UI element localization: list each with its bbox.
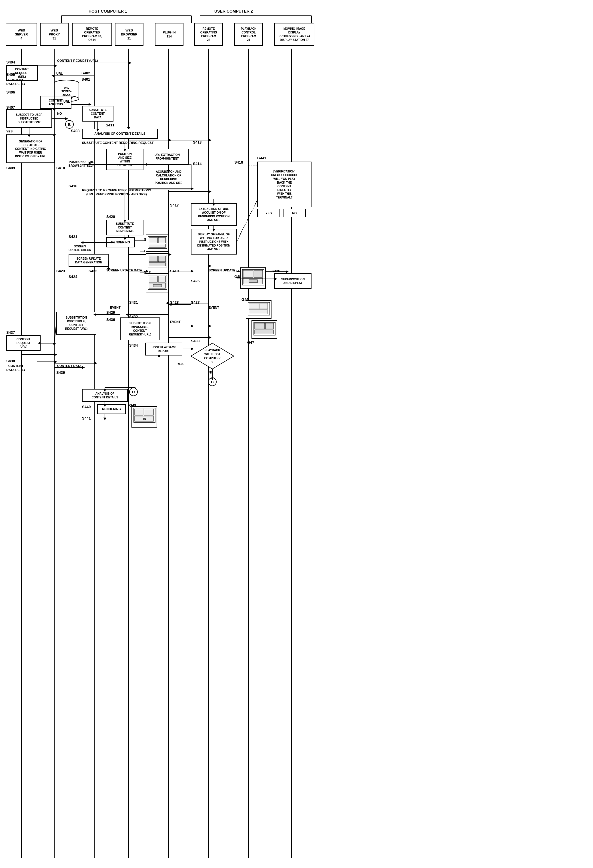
- svg-text:COMPUTER: COMPUTER: [204, 357, 221, 360]
- svg-line-158: [54, 323, 56, 343]
- svg-marker-159: [53, 343, 56, 346]
- svg-rect-100: [144, 409, 153, 415]
- playback-control-box: PLAYBACKCONTROLPROGRAM21: [234, 23, 263, 46]
- svg-rect-73: [158, 256, 165, 262]
- screen-g46: [246, 300, 271, 319]
- content-data-reply-label2: CONTENTDATA REPLY: [6, 364, 25, 372]
- content-request-url-header-label: CONTENT REQUEST (URL): [57, 59, 98, 63]
- b-circle: B: [65, 120, 74, 129]
- step-s428: S428: [170, 300, 179, 305]
- svg-text:?: ?: [212, 361, 213, 364]
- svg-rect-70: [149, 244, 165, 247]
- step-s417: S417: [170, 203, 179, 207]
- step-s416: S416: [69, 184, 77, 188]
- step-s414: S414: [193, 162, 202, 166]
- svg-marker-120: [209, 139, 212, 142]
- host-computer-label: HOST COMPUTER 1: [88, 9, 127, 14]
- analysis-content-details-box1: ANALYSIS OF CONTENT DETAILS: [82, 129, 158, 139]
- plug-in-box: PLUG-IN114: [155, 23, 184, 46]
- step-s402: S402: [81, 71, 90, 75]
- svg-marker-19: [129, 62, 131, 64]
- step-s424: S424: [69, 275, 77, 279]
- url-label1: URL: [56, 71, 63, 75]
- svg-marker-47: [126, 313, 129, 316]
- position-size-box: POSITIONAND SIZEWITHINBROWSER: [106, 149, 143, 170]
- analysis-content-details-box2: ANALYSIS OFCONTENT DETAILS: [82, 389, 128, 402]
- svg-rect-84: [249, 280, 258, 283]
- svg-marker-27: [169, 139, 171, 142]
- svg-marker-45: [166, 302, 169, 305]
- no-label1: NO: [57, 112, 62, 115]
- web-browser-box: WEBBROWSER11: [115, 23, 143, 46]
- step-s431: S431: [129, 300, 138, 305]
- step-s425: S425: [191, 279, 200, 283]
- svg-marker-57: [94, 362, 97, 365]
- screen-update-data-generation-box: SCREEN UPDATEDATA GENERATION: [69, 254, 109, 267]
- svg-marker-41: [209, 264, 212, 267]
- svg-rect-92: [255, 330, 274, 334]
- svg-rect-77: [158, 276, 165, 282]
- step-s423: S423: [56, 269, 65, 273]
- svg-marker-17: [52, 74, 54, 77]
- svg-marker-145: [191, 270, 194, 273]
- content-data-label: CONTENT DATA: [57, 364, 81, 368]
- screen-g47: [252, 320, 277, 339]
- step-s436: S436: [106, 317, 115, 322]
- screen-g44-g45: [240, 267, 266, 289]
- request-receive-label: REQUEST TO RECEIVE USER INSTRUCTIONS(URL…: [82, 188, 151, 196]
- step-s408: S408: [71, 129, 79, 133]
- svg-rect-79: [153, 285, 162, 287]
- event-label1: EVENT: [209, 306, 219, 310]
- svg-marker-93: [191, 343, 234, 369]
- playback-decision-diamond: PLAYBACK WITH HOST COMPUTER ?: [191, 343, 234, 369]
- step-s413: S413: [193, 140, 202, 145]
- url-extraction-box: URL EXTRACTIONFROM CONTENT: [146, 149, 188, 164]
- c-circle: C: [208, 378, 216, 386]
- no-label3: NO: [209, 371, 213, 374]
- svg-marker-49: [209, 325, 212, 328]
- no-button-verification[interactable]: NO: [283, 209, 306, 217]
- subject-to-user-box: SUBJECT TO USERINSTRUCTEDSUBSTITUTION?: [6, 109, 52, 128]
- step-s426: S426: [271, 269, 280, 273]
- extraction-url-box: EXTRACTION OF URLACQUISITION OFRENDERING…: [191, 203, 237, 226]
- screen-g48: ✉: [131, 406, 157, 428]
- svg-marker-15: [54, 64, 57, 67]
- verification-box: [VERIFICATION]URL=XXXXXXXXXXWILL YOU PLA…: [257, 162, 312, 207]
- step-s401: S401: [81, 77, 90, 81]
- substitute-content-data-box: SUBSTITUTECONTENTDATA: [82, 106, 113, 121]
- step-s418: S418: [234, 160, 243, 164]
- svg-marker-139: [81, 241, 84, 244]
- screen-update-check-label: SCREENUPDATE CHECK: [69, 245, 91, 252]
- svg-rect-82: [254, 270, 263, 278]
- step-s406: S406: [6, 90, 15, 94]
- svg-marker-106: [53, 109, 56, 112]
- event-label2: EVENT: [110, 306, 121, 310]
- substitute-content-rendering-box: SUBSTITUTECONTENTRENDERING: [106, 220, 143, 235]
- svg-rect-88: [249, 310, 268, 314]
- step-s405: S405: [6, 72, 15, 77]
- d-circle: D: [129, 388, 138, 396]
- screen-g41: [146, 235, 169, 252]
- step-s419: S419: [170, 269, 179, 273]
- svg-rect-76: [149, 276, 157, 282]
- screen-update-label: SCREEN UPDATE: [209, 268, 235, 272]
- screen-update-data-label: SCREEN UPDATE DATA: [106, 268, 142, 272]
- svg-marker-39: [169, 253, 171, 256]
- svg-marker-175: [103, 418, 106, 421]
- acquisition-calculation-box: ACQUISITION ANDCALCULATION OFRENDERINGPO…: [146, 164, 191, 190]
- moving-image-box: MOVING IMAGEDISPLAYPROCESSING PART 24DIS…: [274, 23, 314, 46]
- svg-rect-87: [260, 303, 268, 309]
- yes-button-verification[interactable]: YES: [257, 209, 280, 217]
- content-request-url-box2: CONTENTREQUEST(URL): [6, 335, 41, 351]
- svg-rect-68: [149, 238, 157, 243]
- screen-g42: [146, 253, 169, 270]
- step-s404: S404: [6, 60, 15, 64]
- substitution-impossible-box2: SUBSTITUTIONIMPOSSIBLE,CONTENTREQUEST (U…: [120, 317, 160, 340]
- g47-label: G47: [247, 340, 255, 345]
- yes-label1: YES: [6, 129, 13, 133]
- step-s429: S429: [106, 310, 115, 314]
- step-s407: S407: [6, 105, 15, 109]
- display-panel-box: DISPLAY OF PANEL OFWAITING FOR USERINSTR…: [191, 229, 237, 255]
- yes-label3: YES: [177, 362, 184, 366]
- step-s439: S439: [56, 371, 65, 375]
